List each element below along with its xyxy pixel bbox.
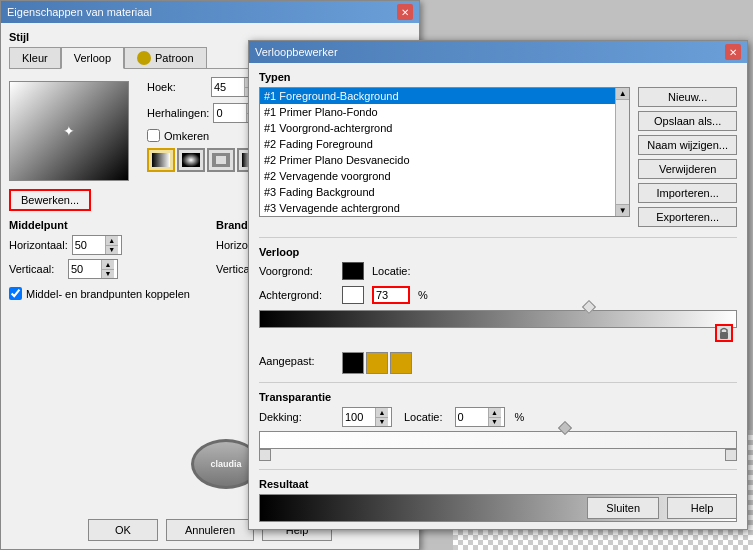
annuleren-button[interactable]: Annuleren	[166, 519, 254, 541]
dekking-spinbox[interactable]: ▲ ▼	[342, 407, 392, 427]
types-area: #1 Foreground-Background #1 Primer Plano…	[259, 87, 737, 227]
types-list-container: #1 Foreground-Background #1 Primer Plano…	[259, 87, 630, 217]
trans-right-marker[interactable]	[725, 449, 737, 461]
trans-locatie-down[interactable]: ▼	[488, 418, 501, 427]
type-item-1[interactable]: #1 Primer Plano-Fondo	[260, 104, 615, 120]
transparantie-section: Transparantie Dekking: ▲ ▼ Locatie: ▲ ▼	[259, 382, 737, 449]
trans-locatie-arrows: ▲ ▼	[488, 408, 501, 426]
color-squares	[342, 352, 412, 374]
preview-star: ✦	[63, 123, 75, 139]
naam-wijzigen-button[interactable]: Naam wijzigen...	[638, 135, 737, 155]
trans-locatie-spinbox[interactable]: ▲ ▼	[455, 407, 505, 427]
main-dialog-title: Eigenschappen van materiaal	[7, 6, 152, 18]
importeren-button[interactable]: Importeren...	[638, 183, 737, 203]
dekking-down[interactable]: ▼	[375, 418, 388, 427]
type-item-0[interactable]: #1 Foreground-Background	[260, 88, 615, 104]
tab-patroon[interactable]: Patroon	[124, 47, 207, 68]
stijl-btn-1[interactable]	[147, 148, 175, 172]
color-sq-gold2[interactable]	[390, 352, 412, 374]
trans-title: Transparantie	[259, 391, 737, 403]
trans-bar-wrapper	[259, 431, 737, 449]
trans-bar	[259, 431, 737, 449]
locatie-label-1: Locatie:	[372, 265, 411, 277]
color-preview: ✦	[9, 81, 129, 181]
svg-rect-1	[182, 153, 200, 167]
left-controls: ✦ Bewerken...	[9, 77, 139, 211]
type-item-6[interactable]: #3 Fading Background	[260, 184, 615, 200]
scroll-up-arrow[interactable]: ▲	[616, 88, 629, 100]
verloop-tab-label: Verloop	[74, 52, 111, 64]
types-buttons: Nieuw... Opslaan als... Naam wijzigen...…	[638, 87, 737, 227]
middelpunt-h-label: Horizontaal:	[9, 239, 68, 251]
middelpunt-label: Middelpunt	[9, 219, 204, 231]
type-item-2[interactable]: #1 Voorgrond-achtergrond	[260, 120, 615, 136]
stijl-btn-2[interactable]	[177, 148, 205, 172]
koppelen-checkbox[interactable]	[9, 287, 22, 300]
typen-section-title: Typen	[259, 71, 737, 83]
trans-left-marker[interactable]	[259, 449, 271, 461]
sluiten-button[interactable]: Sluiten	[587, 497, 659, 519]
verwijderen-button[interactable]: Verwijderen	[638, 159, 737, 179]
percent-label: %	[418, 289, 428, 301]
dekking-up[interactable]: ▲	[375, 408, 388, 418]
kleur-tab-label: Kleur	[22, 52, 48, 64]
bewerken-button[interactable]: Bewerken...	[9, 189, 91, 211]
aangepast-row: Aangepast:	[259, 348, 737, 374]
middelpunt-v-down[interactable]: ▼	[101, 270, 114, 279]
gradient-help-button[interactable]: Help	[667, 497, 737, 519]
dekking-arrows: ▲ ▼	[375, 408, 388, 426]
exporteren-button[interactable]: Exporteren...	[638, 207, 737, 227]
gradient-dialog-close-button[interactable]: ✕	[725, 44, 741, 60]
main-dialog-close-button[interactable]: ✕	[397, 4, 413, 20]
gradient-bar	[259, 310, 737, 328]
result-title: Resultaat	[259, 478, 737, 490]
trans-locatie-input[interactable]	[456, 408, 488, 426]
koppelen-label: Middel- en brandpunten koppelen	[26, 288, 190, 300]
nieuw-button[interactable]: Nieuw...	[638, 87, 737, 107]
middelpunt-v-input[interactable]	[69, 260, 101, 278]
achtergrond-swatch[interactable]	[342, 286, 364, 304]
stijl-btn-3[interactable]	[207, 148, 235, 172]
type-item-5[interactable]: #2 Vervagende voorgrond	[260, 168, 615, 184]
middelpunt-v-spinbox[interactable]: ▲ ▼	[68, 259, 118, 279]
middelpunt-column: Middelpunt Horizontaal: ▲ ▼ Verticaal:	[9, 219, 204, 279]
ok-button[interactable]: OK	[88, 519, 158, 541]
locatie-label-trans: Locatie:	[404, 411, 443, 423]
color-sq-black[interactable]	[342, 352, 364, 374]
scroll-down-arrow[interactable]: ▼	[616, 204, 629, 216]
middelpunt-h-up[interactable]: ▲	[105, 236, 118, 246]
voorgrond-row: Voorgrond: Locatie:	[259, 262, 737, 280]
gradient-lock-marker[interactable]	[715, 324, 733, 342]
middelpunt-h-down[interactable]: ▼	[105, 246, 118, 255]
trans-locatie-up[interactable]: ▲	[488, 408, 501, 418]
stijl-radial-icon	[182, 153, 200, 167]
opslaan-als-button[interactable]: Opslaan als...	[638, 111, 737, 131]
middelpunt-h-input[interactable]	[73, 236, 105, 254]
middelpunt-v-label: Verticaal:	[9, 263, 64, 275]
type-item-4[interactable]: #2 Primer Plano Desvanecido	[260, 152, 615, 168]
dekking-input[interactable]	[343, 408, 375, 426]
middelpunt-v-up[interactable]: ▲	[101, 260, 114, 270]
middelpunt-h-spinbox[interactable]: ▲ ▼	[72, 235, 122, 255]
types-scrollbar[interactable]: ▲ ▼	[615, 88, 629, 216]
tab-kleur[interactable]: Kleur	[9, 47, 61, 68]
middelpunt-v-arrows: ▲ ▼	[101, 260, 114, 278]
color-sq-gold[interactable]	[366, 352, 388, 374]
stijl-linear-icon	[152, 153, 170, 167]
type-item-3[interactable]: #2 Fading Foreground	[260, 136, 615, 152]
omkeren-checkbox[interactable]	[147, 129, 160, 142]
stijl-square-icon	[212, 153, 230, 167]
herhalingen-input[interactable]	[214, 104, 246, 122]
hoek-input[interactable]	[212, 78, 244, 96]
locatie-input[interactable]	[372, 286, 410, 304]
tab-verloop[interactable]: Verloop	[61, 47, 124, 69]
patroon-tab-label: Patroon	[155, 52, 194, 64]
lock-icon	[719, 327, 729, 339]
aangepast-label: Aangepast:	[259, 355, 334, 367]
scroll-track	[616, 100, 629, 204]
svg-rect-3	[216, 156, 226, 164]
middelpunt-h-arrows: ▲ ▼	[105, 236, 118, 254]
voorgrond-swatch[interactable]	[342, 262, 364, 280]
type-item-7[interactable]: #3 Vervagende achtergrond	[260, 200, 615, 216]
types-list[interactable]: #1 Foreground-Background #1 Primer Plano…	[260, 88, 615, 216]
